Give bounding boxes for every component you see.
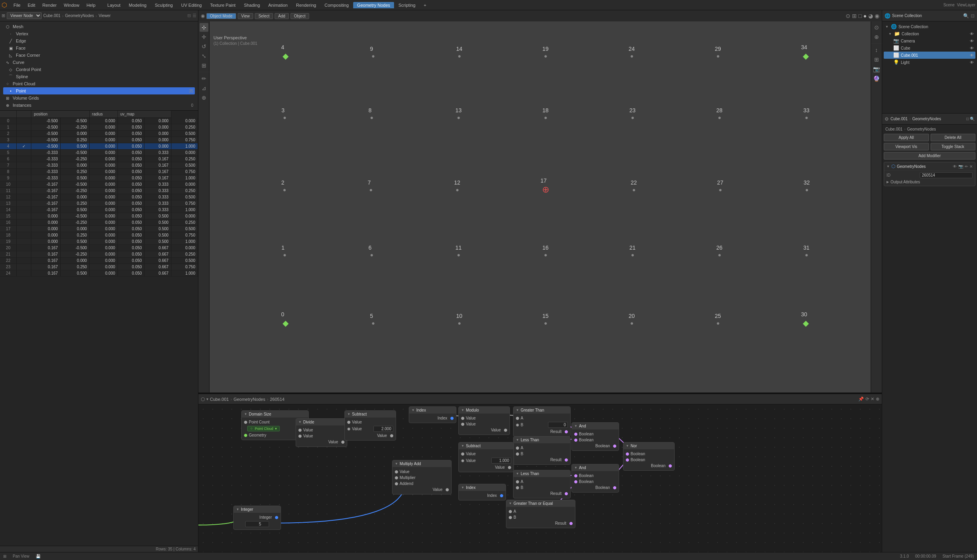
ne-object[interactable]: Cube.001: [210, 397, 229, 402]
geo-type-curve[interactable]: ∿ Curve: [3, 59, 195, 66]
visibility-eye3[interactable]: 👁: [970, 46, 974, 50]
ne-pin-icon[interactable]: 📌: [858, 396, 864, 402]
delete-all-btn[interactable]: Delete All: [931, 134, 976, 141]
viewport-shading-wire[interactable]: □: [858, 13, 862, 19]
select-menu-btn[interactable]: Select: [255, 13, 273, 19]
view-menu-btn[interactable]: View: [238, 13, 254, 19]
vp-rt-icon4[interactable]: ⊞: [872, 55, 881, 64]
filter-icon2[interactable]: ⊟: [971, 13, 975, 19]
vp-rt-icon2[interactable]: ⊕: [872, 33, 881, 41]
file-menu[interactable]: File: [10, 2, 24, 8]
viewport-overlay-icon[interactable]: ⊙: [846, 13, 850, 19]
geo-type-face-corner[interactable]: ◺ Face Corner: [3, 52, 195, 59]
sub2-input1[interactable]: [461, 452, 464, 456]
gt-input-a[interactable]: [516, 417, 519, 420]
vp-rt-render[interactable]: 🔮: [872, 74, 881, 83]
vp-rt-camera[interactable]: 📷: [872, 65, 881, 73]
mod-edit-icon[interactable]: ✏: [965, 164, 968, 169]
geo-type-volume-grids[interactable]: ⊞ Volume Grids: [3, 94, 195, 102]
mod-input-val2[interactable]: [461, 423, 464, 426]
object-menu-btn[interactable]: Object: [290, 13, 309, 19]
node-gt-header[interactable]: ▼ Greater Than: [514, 407, 570, 414]
and2-input1[interactable]: [574, 474, 577, 477]
dropdown-arrow[interactable]: ▾: [275, 427, 277, 431]
node-lt1-header[interactable]: ▼ Less Than: [514, 437, 570, 443]
tab-modeling[interactable]: Modeling: [125, 2, 151, 8]
add-tool[interactable]: ⊕: [200, 93, 208, 102]
sub-output[interactable]: [390, 434, 393, 437]
lt2-input-a[interactable]: [516, 480, 519, 483]
node-integer-header[interactable]: ▼ Integer: [234, 506, 281, 513]
vp-rt-icon3[interactable]: ↕: [872, 46, 881, 54]
geo-type-point[interactable]: • Point 35: [3, 87, 195, 94]
visibility-eye1[interactable]: 👁: [970, 32, 974, 36]
geo-type-vertex[interactable]: · Vertex: [3, 30, 195, 37]
render-menu[interactable]: Render: [39, 2, 60, 8]
sub-value[interactable]: 2.000: [373, 426, 393, 432]
index-output[interactable]: [450, 417, 454, 420]
visibility-eye5[interactable]: 👁: [970, 60, 974, 65]
sub-input1[interactable]: [347, 421, 350, 424]
input-socket-val2[interactable]: [298, 435, 302, 438]
node-index-top-header[interactable]: ▼ Index: [409, 407, 456, 414]
viewport-shading-render[interactable]: ◉: [875, 13, 879, 19]
node-and1-header[interactable]: ▼ And: [572, 423, 619, 429]
node-nor-header[interactable]: ▼ Nor: [623, 443, 674, 449]
annotate-tool[interactable]: ✏: [200, 74, 208, 83]
vp-rt-icon1[interactable]: ⊙: [872, 23, 881, 32]
sub2-input2[interactable]: [461, 459, 464, 462]
tab-shading[interactable]: Shading: [240, 2, 264, 8]
node-modulo-header[interactable]: ▼ Modulo: [459, 407, 510, 414]
apply-all-btn[interactable]: Apply All: [884, 134, 929, 141]
viewer-node-dropdown[interactable]: Viewer Node: [7, 12, 42, 19]
output-attrs-toggle[interactable]: ▶ Output Attributes: [887, 180, 973, 184]
gteq-input-a[interactable]: [509, 510, 512, 513]
nor-input2[interactable]: [626, 458, 629, 462]
move-tool[interactable]: ✛: [200, 33, 208, 41]
node-lt2-header[interactable]: ▼ Less Than: [514, 470, 570, 477]
nodes-canvas[interactable]: ▼ Domain Size Point Count ⁘ Point Cloud: [198, 404, 882, 552]
mod-bc-object[interactable]: Cube.001: [885, 127, 902, 131]
mod-search-icon[interactable]: 🔍: [970, 117, 975, 121]
item-light[interactable]: 💡 Light 👁: [884, 59, 975, 66]
add-menu-btn[interactable]: Add: [275, 13, 289, 19]
ma-input-mult[interactable]: [395, 476, 398, 479]
and1-input2[interactable]: [574, 439, 577, 442]
ne-nav-icon[interactable]: ⊕: [876, 396, 879, 402]
rotate-tool[interactable]: ↺: [200, 42, 208, 51]
tab-layout[interactable]: Layout: [104, 2, 125, 8]
ne-sync-icon[interactable]: ⟳: [865, 396, 869, 402]
lt2-input-b[interactable]: [516, 486, 519, 489]
and2-output[interactable]: [613, 486, 616, 489]
gteq-output[interactable]: [569, 522, 573, 525]
ne-close-icon[interactable]: ✕: [871, 396, 874, 402]
geo-type-edge[interactable]: ╱ Edge: [3, 37, 195, 44]
node-divide-header[interactable]: ▼ Divide: [296, 419, 347, 425]
transform-tool[interactable]: ⊞: [200, 61, 208, 70]
nor-output[interactable]: [669, 464, 672, 468]
gt-output[interactable]: [565, 430, 568, 433]
viewport-gizmo-icon[interactable]: ⊞: [852, 13, 857, 19]
item-camera[interactable]: 📷 Camera 👁: [884, 37, 975, 44]
geo-type-spline[interactable]: ⌒ Spline: [3, 73, 195, 80]
node-and2-header[interactable]: ▼ And: [572, 464, 619, 471]
node-index2-header[interactable]: ▼ Index: [459, 484, 506, 491]
tab-compositing[interactable]: Compositing: [321, 2, 353, 8]
gteq-input-b[interactable]: [509, 516, 512, 519]
options-icon[interactable]: ☰: [192, 13, 196, 18]
int-value-input[interactable]: [245, 521, 269, 527]
node-gteq-header[interactable]: ▼ Greater Than or Equal: [506, 500, 575, 507]
mod-render-icon[interactable]: 📷: [958, 164, 963, 169]
output-socket-val-div[interactable]: [341, 441, 344, 444]
node-domain-size-header[interactable]: ▼ Domain Size: [242, 411, 308, 418]
node-sub2-header[interactable]: ▼ Subtract: [459, 443, 514, 449]
viewport-vis-btn[interactable]: Viewport Vis: [884, 143, 929, 150]
and2-input2[interactable]: [574, 480, 577, 483]
modifier-item-header[interactable]: ▼ ⬡ GeometryNodes 👁 📷 ✏ ✕: [884, 162, 975, 171]
geo-type-point-cloud[interactable]: ⁘ Point Cloud: [3, 80, 195, 87]
gt-input-b[interactable]: [516, 423, 519, 427]
sub-input2[interactable]: [347, 427, 350, 431]
tab-sculpting[interactable]: Sculpting: [151, 2, 177, 8]
item-cube001[interactable]: ⬜ Cube.001 👁: [884, 52, 975, 59]
ma-output[interactable]: [446, 488, 449, 491]
